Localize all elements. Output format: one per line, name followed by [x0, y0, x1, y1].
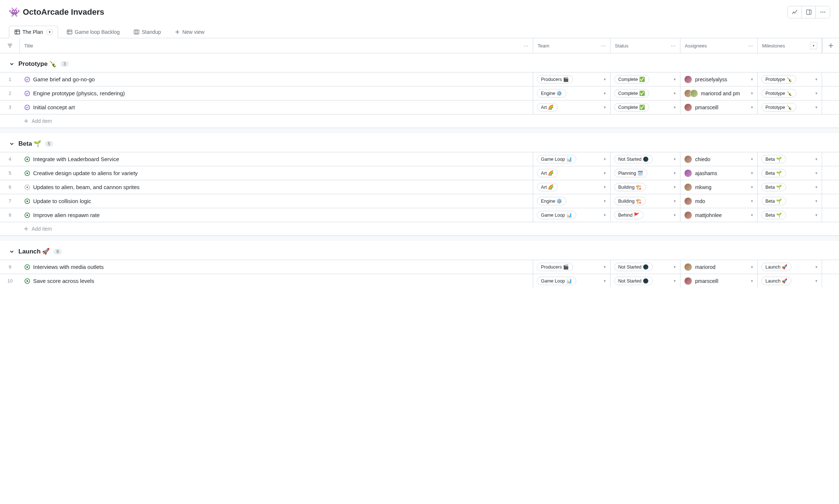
- kebab-menu-button[interactable]: [816, 6, 830, 18]
- chevron-down-icon[interactable]: ▼: [750, 185, 754, 189]
- row-title-cell[interactable]: Updates to alien, beam, and cannon sprit…: [20, 180, 533, 194]
- row-assignees-cell[interactable]: mariorod and pm▼: [680, 86, 758, 100]
- row-title-cell[interactable]: Integrate with Leaderboard Service: [20, 152, 533, 166]
- milestone-dropdown-icon[interactable]: ▼: [810, 42, 817, 49]
- chevron-down-icon[interactable]: ▼: [750, 106, 754, 109]
- row-status-cell[interactable]: Planning 🗓️▼: [610, 166, 680, 180]
- row-team-cell[interactable]: Art 🌈▼: [533, 100, 610, 114]
- table-row[interactable]: 5Creative design update to aliens for va…: [0, 166, 839, 180]
- row-team-cell[interactable]: Engine ⚙️▼: [533, 194, 610, 208]
- panel-button[interactable]: [802, 6, 816, 18]
- chevron-down-icon[interactable]: ▼: [750, 199, 754, 203]
- tab-new-view[interactable]: New view: [169, 26, 210, 38]
- column-title[interactable]: Title ⋯: [20, 38, 533, 53]
- row-team-cell[interactable]: Engine ⚙️▼: [533, 86, 610, 100]
- filter-button[interactable]: [0, 38, 20, 53]
- row-assignees-cell[interactable]: mdo▼: [680, 194, 758, 208]
- row-milestone-cell[interactable]: Prototype 🍾▼: [758, 100, 822, 114]
- row-status-cell[interactable]: Not Started 🌑▼: [610, 152, 680, 166]
- row-assignees-cell[interactable]: preciselyalyss▼: [680, 72, 758, 86]
- column-status[interactable]: Status ⋯: [610, 38, 680, 53]
- row-assignees-cell[interactable]: pmarsceill▼: [680, 274, 758, 288]
- row-milestone-cell[interactable]: Beta 🌱▼: [758, 166, 822, 180]
- row-assignees-cell[interactable]: mkwng▼: [680, 180, 758, 194]
- chevron-down-icon[interactable]: ▼: [673, 157, 676, 161]
- row-milestone-cell[interactable]: Launch 🚀▼: [758, 274, 822, 288]
- chevron-down-icon[interactable]: ▼: [603, 157, 606, 161]
- row-milestone-cell[interactable]: Beta 🌱▼: [758, 180, 822, 194]
- chevron-down-icon[interactable]: ▼: [750, 171, 754, 175]
- row-team-cell[interactable]: Game Loop 📊▼: [533, 274, 610, 288]
- row-status-cell[interactable]: Not Started 🌑▼: [610, 260, 680, 274]
- row-status-cell[interactable]: Building 🏗️▼: [610, 194, 680, 208]
- row-title-cell[interactable]: Creative design update to aliens for var…: [20, 166, 533, 180]
- row-status-cell[interactable]: Complete ✅▼: [610, 100, 680, 114]
- chevron-down-icon[interactable]: ▼: [673, 213, 676, 217]
- chevron-down-icon[interactable]: ▼: [603, 185, 606, 189]
- row-milestone-cell[interactable]: Launch 🚀▼: [758, 260, 822, 274]
- tab-the-plan[interactable]: The Plan▼: [9, 26, 58, 38]
- chevron-down-icon[interactable]: ▼: [673, 171, 676, 175]
- chevron-down-icon[interactable]: ▼: [815, 78, 818, 81]
- chevron-down-icon[interactable]: ▼: [673, 185, 676, 189]
- row-title-cell[interactable]: Initial concept art: [20, 100, 533, 114]
- chevron-down-icon[interactable]: ▼: [673, 106, 676, 109]
- chevron-down-icon[interactable]: ▼: [750, 78, 754, 81]
- table-row[interactable]: 10Save score across levelsGame Loop 📊▼No…: [0, 274, 839, 288]
- column-milestones[interactable]: Milestones ▼: [758, 38, 822, 53]
- table-row[interactable]: 6Updates to alien, beam, and cannon spri…: [0, 180, 839, 194]
- row-title-cell[interactable]: Engine prototype (physics, rendering): [20, 86, 533, 100]
- row-status-cell[interactable]: Complete ✅▼: [610, 72, 680, 86]
- chevron-down-icon[interactable]: ▼: [815, 157, 818, 161]
- chevron-down-icon[interactable]: ▼: [750, 213, 754, 217]
- row-title-cell[interactable]: Interviews with media outlets: [20, 260, 533, 274]
- table-row[interactable]: 2Engine prototype (physics, rendering)En…: [0, 86, 839, 100]
- add-column-button[interactable]: [822, 38, 839, 53]
- add-item-button[interactable]: Add item: [0, 222, 839, 236]
- chevron-down-icon[interactable]: ▼: [603, 78, 606, 81]
- column-menu-icon[interactable]: ⋯: [601, 43, 606, 49]
- row-assignees-cell[interactable]: mattjohnlee▼: [680, 208, 758, 222]
- tab-standup[interactable]: Standup: [128, 26, 166, 38]
- chevron-down-icon[interactable]: ▼: [603, 106, 606, 109]
- row-team-cell[interactable]: Art 🌈▼: [533, 180, 610, 194]
- chevron-down-icon[interactable]: ▼: [673, 265, 676, 269]
- row-status-cell[interactable]: Behind 🚩▼: [610, 208, 680, 222]
- row-milestone-cell[interactable]: Beta 🌱▼: [758, 152, 822, 166]
- table-row[interactable]: 9Interviews with media outletsProducers …: [0, 260, 839, 274]
- chevron-down-icon[interactable]: ▼: [603, 213, 606, 217]
- chevron-down-icon[interactable]: ▼: [750, 279, 754, 283]
- chevron-down-icon[interactable]: ▼: [815, 199, 818, 203]
- chevron-down-icon[interactable]: ▼: [815, 92, 818, 95]
- chevron-down-icon[interactable]: ▼: [603, 171, 606, 175]
- row-title-cell[interactable]: Game brief and go-no-go: [20, 72, 533, 86]
- chevron-down-icon[interactable]: ▼: [750, 92, 754, 95]
- chevron-down-icon[interactable]: ▼: [603, 92, 606, 95]
- chevron-down-icon[interactable]: ▼: [815, 265, 818, 269]
- chevron-down-icon[interactable]: [9, 249, 15, 255]
- tab-dropdown-icon[interactable]: ▼: [47, 29, 53, 35]
- column-assignees[interactable]: Assignees ⋯: [680, 38, 758, 53]
- row-assignees-cell[interactable]: chiedo▼: [680, 152, 758, 166]
- row-milestone-cell[interactable]: Prototype 🍾▼: [758, 72, 822, 86]
- chevron-down-icon[interactable]: ▼: [815, 213, 818, 217]
- chevron-down-icon[interactable]: ▼: [673, 78, 676, 81]
- row-team-cell[interactable]: Producers 🎬▼: [533, 260, 610, 274]
- table-row[interactable]: 8Improve alien respawn rateGame Loop 📊▼B…: [0, 208, 839, 222]
- chevron-down-icon[interactable]: ▼: [750, 265, 754, 269]
- chevron-down-icon[interactable]: ▼: [750, 157, 754, 161]
- row-team-cell[interactable]: Game Loop 📊▼: [533, 208, 610, 222]
- chevron-down-icon[interactable]: ▼: [815, 106, 818, 109]
- row-assignees-cell[interactable]: mariorod▼: [680, 260, 758, 274]
- chevron-down-icon[interactable]: ▼: [673, 199, 676, 203]
- row-milestone-cell[interactable]: Prototype 🍾▼: [758, 86, 822, 100]
- row-assignees-cell[interactable]: pmarsceill▼: [680, 100, 758, 114]
- row-team-cell[interactable]: Producers 🎬▼: [533, 72, 610, 86]
- chevron-down-icon[interactable]: ▼: [815, 279, 818, 283]
- insights-button[interactable]: [788, 6, 802, 18]
- row-team-cell[interactable]: Game Loop 📊▼: [533, 152, 610, 166]
- table-row[interactable]: 7Update to collision logicEngine ⚙️▼Buil…: [0, 194, 839, 208]
- row-assignees-cell[interactable]: ajashams▼: [680, 166, 758, 180]
- column-menu-icon[interactable]: ⋯: [524, 43, 528, 49]
- row-title-cell[interactable]: Save score across levels: [20, 274, 533, 288]
